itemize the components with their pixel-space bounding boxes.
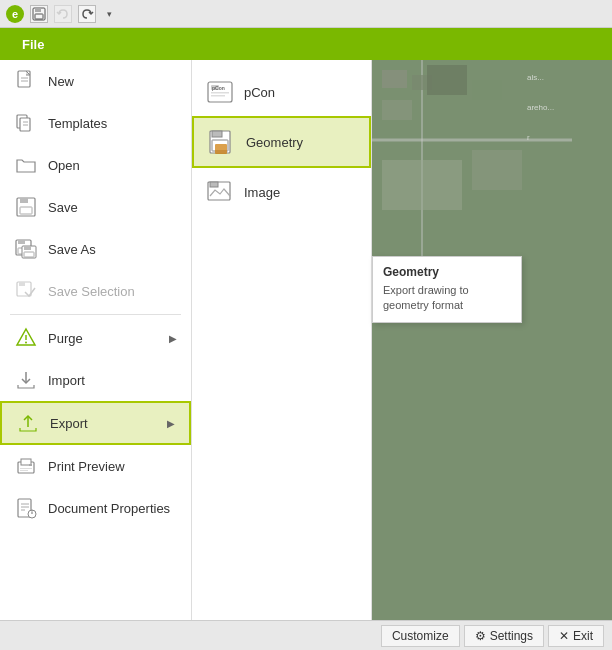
save-selection-icon (14, 279, 38, 303)
ribbon: File (0, 28, 612, 60)
sidebar-item-print-preview-label: Print Preview (48, 459, 177, 474)
svg-rect-1 (35, 8, 41, 12)
settings-label: Settings (490, 629, 533, 643)
submenu-geometry-label: Geometry (246, 135, 303, 150)
sidebar-item-purge-label: Purge (48, 331, 159, 346)
main-content: New Templates Open Save Save As (0, 60, 612, 620)
sidebar-item-save-as-label: Save As (48, 242, 177, 257)
svg-rect-56 (472, 80, 502, 100)
quick-access-dropdown[interactable]: ▾ (102, 5, 116, 23)
svg-text:r: r (527, 133, 530, 142)
templates-icon (14, 111, 38, 135)
sidebar-item-purge[interactable]: Purge ▶ (0, 317, 191, 359)
import-icon (14, 368, 38, 392)
doc-props-icon (14, 496, 38, 520)
image-icon (206, 178, 234, 206)
geometry-icon (208, 128, 236, 156)
submenu-item-pcon[interactable]: pCon pCon (192, 68, 371, 116)
sidebar-item-open[interactable]: Open (0, 144, 191, 186)
svg-rect-20 (19, 282, 25, 286)
save-icon (14, 195, 38, 219)
sidebar-item-open-label: Open (48, 158, 177, 173)
submenu-panel: pCon pCon Geometry Image (192, 60, 372, 620)
customize-button[interactable]: Customize (381, 625, 460, 647)
customize-label: Customize (392, 629, 449, 643)
submenu-pcon-label: pCon (244, 85, 275, 100)
svg-rect-52 (382, 70, 407, 88)
tooltip-title: Geometry (383, 265, 511, 279)
svg-rect-57 (382, 160, 462, 210)
app-logo: e (6, 5, 24, 23)
svg-text:pCon: pCon (212, 85, 225, 91)
exit-label: Exit (573, 629, 593, 643)
export-arrow: ▶ (167, 418, 175, 429)
sidebar-item-save-selection-label: Save Selection (48, 284, 177, 299)
sidebar-item-print-preview[interactable]: Print Preview (0, 445, 191, 487)
submenu-item-image[interactable]: Image (192, 168, 371, 216)
redo-button[interactable] (78, 5, 96, 23)
svg-text:areho...: areho... (527, 103, 554, 112)
sidebar-item-export[interactable]: Export ▶ (0, 401, 191, 445)
svg-rect-49 (372, 60, 612, 620)
sidebar-item-save[interactable]: Save (0, 186, 191, 228)
svg-rect-14 (18, 240, 25, 244)
purge-icon (14, 326, 38, 350)
sidebar-item-export-label: Export (50, 416, 157, 431)
svg-rect-28 (20, 470, 28, 471)
svg-rect-45 (215, 144, 227, 154)
settings-icon: ⚙ (475, 629, 486, 643)
divider-1 (10, 314, 181, 315)
title-bar: e ▾ (0, 0, 612, 28)
sidebar-item-save-label: Save (48, 200, 177, 215)
sidebar-item-import[interactable]: Import (0, 359, 191, 401)
sidebar-item-document-properties[interactable]: Document Properties (0, 487, 191, 529)
sidebar-item-new-label: New (48, 74, 177, 89)
save-button[interactable] (30, 5, 48, 23)
file-tab[interactable]: File (10, 33, 56, 56)
svg-rect-55 (427, 65, 467, 95)
svg-rect-27 (20, 468, 32, 469)
map-area: als... areho... r (372, 60, 612, 620)
sidebar-item-new[interactable]: New (0, 60, 191, 102)
svg-rect-26 (29, 464, 32, 466)
submenu-item-geometry[interactable]: Geometry (192, 116, 371, 168)
open-icon (14, 153, 38, 177)
exit-icon: ✕ (559, 629, 569, 643)
svg-rect-39 (211, 95, 225, 97)
sidebar-item-save-as[interactable]: Save As (0, 228, 191, 270)
sidebar-item-templates[interactable]: Templates (0, 102, 191, 144)
submenu-image-label: Image (244, 185, 280, 200)
sidebar-item-import-label: Import (48, 373, 177, 388)
save-as-icon (14, 237, 38, 261)
tooltip-popup: Geometry Export drawing to geometry form… (372, 256, 522, 323)
export-icon (16, 411, 40, 435)
print-preview-icon (14, 454, 38, 478)
svg-rect-38 (211, 92, 229, 94)
svg-rect-2 (35, 14, 43, 19)
sidebar-item-save-selection[interactable]: Save Selection (0, 270, 191, 312)
purge-arrow: ▶ (169, 333, 177, 344)
svg-point-23 (25, 342, 27, 344)
sidebar: New Templates Open Save Save As (0, 60, 192, 620)
svg-rect-11 (20, 198, 28, 203)
status-bar: Customize ⚙ Settings ✕ Exit (0, 620, 612, 650)
tooltip-description: Export drawing to geometry format (383, 283, 511, 314)
undo-button[interactable] (54, 5, 72, 23)
svg-text:als...: als... (527, 73, 544, 82)
svg-rect-54 (382, 100, 412, 120)
svg-rect-47 (210, 182, 218, 187)
sidebar-item-templates-label: Templates (48, 116, 177, 131)
svg-point-35 (31, 510, 32, 511)
svg-rect-42 (212, 131, 222, 137)
exit-button[interactable]: ✕ Exit (548, 625, 604, 647)
settings-button[interactable]: ⚙ Settings (464, 625, 544, 647)
svg-rect-58 (472, 150, 522, 190)
pcon-icon: pCon (206, 78, 234, 106)
svg-rect-17 (24, 246, 31, 250)
new-icon (14, 69, 38, 93)
sidebar-item-doc-props-label: Document Properties (48, 501, 177, 516)
